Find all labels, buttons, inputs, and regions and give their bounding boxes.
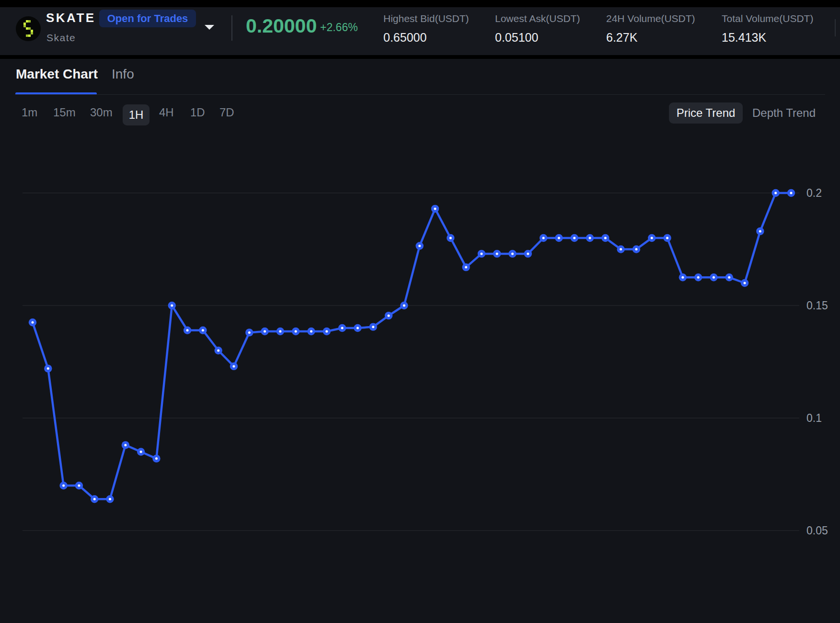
price-trend-chart: 0.20.150.10.05 xyxy=(0,59,840,623)
data-point-core xyxy=(388,315,390,317)
data-point-core xyxy=(604,237,607,239)
data-point-core xyxy=(217,350,219,352)
data-point-core xyxy=(511,252,514,255)
y-axis-tick-label: 0.1 xyxy=(806,412,822,424)
data-point-core xyxy=(480,252,483,255)
data-point-core xyxy=(310,330,312,333)
market-header: SKATE Skate Open for Trades 0.20000 +2.6… xyxy=(0,7,840,55)
stat-value: 6.27K xyxy=(606,32,637,44)
data-point-core xyxy=(186,329,189,331)
data-point-core xyxy=(78,485,80,487)
data-point-core xyxy=(666,237,668,239)
y-axis-tick-label: 0.15 xyxy=(806,299,828,312)
data-point-core xyxy=(341,327,344,329)
data-point-core xyxy=(573,237,575,239)
data-point-core xyxy=(635,248,637,250)
data-point-core xyxy=(372,326,374,328)
data-point-core xyxy=(542,237,545,239)
stat-label: 24H Volume(USDT) xyxy=(606,13,695,23)
data-point-core xyxy=(728,276,730,279)
data-point-core xyxy=(325,330,328,333)
data-point-core xyxy=(62,485,65,487)
data-point-core xyxy=(279,330,281,333)
data-point-core xyxy=(47,367,49,370)
data-point-core xyxy=(32,321,34,324)
data-point-core xyxy=(651,237,653,239)
y-axis-tick-label: 0.05 xyxy=(806,524,828,537)
header-right-divider xyxy=(835,19,836,36)
data-point-core xyxy=(357,327,359,329)
data-point-core xyxy=(140,451,142,453)
token-logo-icon xyxy=(16,16,41,41)
data-point-core xyxy=(93,498,96,500)
stat-label: Lowest Ask(USDT) xyxy=(495,13,580,23)
chevron-down-icon[interactable] xyxy=(205,25,214,30)
token-name: Skate xyxy=(46,33,76,43)
data-point-core xyxy=(171,305,173,307)
stat-label: Total Volume(USDT) xyxy=(722,13,813,23)
header-divider xyxy=(231,15,232,41)
data-point-core xyxy=(109,498,111,500)
data-point-core xyxy=(759,230,761,232)
market-chart-panel: Market Chart Info 1m 15m 30m 1H 4H 1D 7D… xyxy=(0,59,840,623)
data-point-core xyxy=(124,444,127,446)
data-point-core xyxy=(774,192,777,194)
stat-label: Highest Bid(USDT) xyxy=(383,13,469,23)
data-point-core xyxy=(465,266,467,269)
data-point-core xyxy=(295,330,297,333)
data-point-core xyxy=(232,365,235,367)
data-point-core xyxy=(681,276,684,279)
data-point-core xyxy=(558,237,560,239)
data-point-core xyxy=(155,457,158,460)
stat-value: 0.65000 xyxy=(383,32,426,44)
data-point-core xyxy=(264,330,266,333)
data-point-core xyxy=(620,248,622,250)
price-change-percent: +2.66% xyxy=(320,22,358,33)
last-price: 0.20000 xyxy=(246,16,317,36)
stat-value: 15.413K xyxy=(722,32,766,44)
badge-label: Open for Trades xyxy=(107,12,188,25)
data-point-core xyxy=(202,329,204,331)
data-point-core xyxy=(449,237,452,239)
data-point-core xyxy=(418,245,421,247)
price-line xyxy=(33,193,791,499)
stat-value: 0.05100 xyxy=(495,32,538,44)
data-point-core xyxy=(744,282,746,284)
data-point-core xyxy=(434,207,436,210)
data-point-core xyxy=(527,252,529,255)
y-axis-tick-label: 0.2 xyxy=(806,187,822,199)
data-point-core xyxy=(248,331,251,334)
data-point-core xyxy=(496,252,498,255)
data-point-core xyxy=(403,305,405,307)
data-point-core xyxy=(790,192,792,194)
open-for-trades-badge: Open for Trades xyxy=(99,10,196,27)
data-point-core xyxy=(713,276,715,279)
data-point-core xyxy=(589,237,591,239)
token-symbol: SKATE xyxy=(46,11,96,24)
data-point-core xyxy=(697,276,700,279)
